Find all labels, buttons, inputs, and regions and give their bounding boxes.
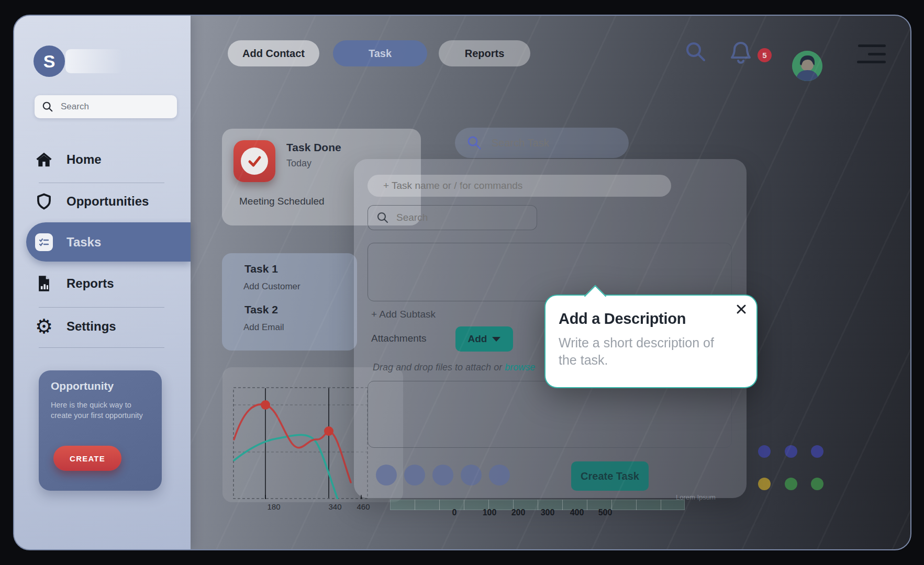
axis-tick: 100 <box>483 508 497 517</box>
create-task-label: Create Task <box>581 470 639 482</box>
search-task-field[interactable] <box>455 128 629 158</box>
task-done-title: Task Done <box>286 141 341 154</box>
task-item-subtitle: Add Customer <box>243 281 300 292</box>
sidebar-item-label: Reports <box>66 276 114 291</box>
sidebar-search-input[interactable] <box>60 101 170 112</box>
tab-add-contact[interactable]: Add Contact <box>228 40 319 66</box>
status-dot-green <box>811 478 823 490</box>
opportunity-promo-card: Opportunity Here is the quick way to cre… <box>39 370 162 491</box>
description-tooltip: Add a Description Write a short descript… <box>544 284 758 388</box>
axis-tick: 200 <box>511 508 526 517</box>
axis-tick: 300 <box>541 508 555 517</box>
bell-icon[interactable] <box>726 37 755 71</box>
task-list-card <box>222 253 357 351</box>
tooltip-body: Write a short description of the task. <box>559 334 716 368</box>
modal-search-field[interactable] <box>368 205 537 230</box>
sidebar-item-reports[interactable]: Reports <box>35 267 192 300</box>
assignee-avatar[interactable] <box>461 465 482 485</box>
report-document-icon <box>35 275 53 292</box>
sidebar-search-field[interactable] <box>35 95 177 118</box>
promo-title: Opportunity <box>51 380 162 392</box>
search-icon[interactable] <box>684 41 707 65</box>
drag-drop-hint: Drag and drop files to attach or browse <box>373 362 535 373</box>
task-name-input[interactable] <box>382 179 656 192</box>
sidebar-item-opportunities[interactable]: Opportunities <box>35 185 192 218</box>
chart-x-tick: 460 <box>357 502 370 511</box>
assignee-avatar[interactable] <box>376 465 397 485</box>
search-icon <box>466 135 482 151</box>
divider <box>39 307 164 308</box>
add-button-label: Add <box>468 333 487 345</box>
app-logo[interactable]: S <box>34 46 65 77</box>
sidebar-item-label: Opportunities <box>66 194 149 209</box>
gear-icon: ⚙ <box>35 318 53 335</box>
divider <box>39 183 164 183</box>
divider <box>39 347 164 348</box>
sidebar-item-label: Settings <box>66 319 116 334</box>
task-item-title[interactable]: Task 2 <box>244 303 278 316</box>
task-done-note: Meeting Scheduled <box>239 196 325 207</box>
tab-label: Reports <box>465 48 505 60</box>
task-done-subtitle: Today <box>286 158 311 169</box>
attachments-label: Attachments <box>371 333 427 344</box>
assignee-avatar[interactable] <box>432 465 453 485</box>
notification-badge: 5 <box>758 48 772 62</box>
task-notes-textarea[interactable] <box>368 381 732 448</box>
task-item-subtitle: Add Email <box>243 322 284 333</box>
tab-label: Task <box>369 48 392 60</box>
notification-count: 5 <box>762 51 766 60</box>
sidebar-item-label: Home <box>66 152 102 167</box>
status-dot-green <box>785 478 797 490</box>
create-opportunity-button[interactable]: CREATE <box>53 446 121 471</box>
search-task-input[interactable] <box>491 137 608 150</box>
sidebar: S Home <box>14 16 191 549</box>
tab-label: Add Contact <box>242 48 305 60</box>
browse-link[interactable]: browse <box>505 362 535 372</box>
bar-strip <box>390 500 685 510</box>
sidebar-item-settings[interactable]: ⚙ Settings <box>35 310 192 343</box>
axis-tick: 400 <box>570 508 584 517</box>
chart-x-tick: 340 <box>328 502 341 511</box>
modal-search-input[interactable] <box>395 211 518 224</box>
search-icon <box>42 101 53 112</box>
home-icon <box>35 152 53 167</box>
tasks-checklist-icon <box>35 233 53 251</box>
search-icon <box>376 211 389 224</box>
axis-tick: 500 <box>598 508 613 517</box>
drag-drop-text: Drag and drop files to attach or <box>373 362 505 372</box>
tab-reports[interactable]: Reports <box>439 40 530 66</box>
add-subtask-link[interactable]: + Add Subtask <box>371 309 436 320</box>
status-dot-blue <box>758 445 771 458</box>
axis-tick: 0 <box>452 508 457 517</box>
tab-task[interactable]: Task <box>333 40 427 66</box>
status-dot-yellow <box>758 478 771 490</box>
app-window: Add Contact Task Reports 5 <box>13 15 911 550</box>
task-item-title[interactable]: Task 1 <box>244 263 278 275</box>
task-done-check-icon <box>233 140 275 182</box>
hamburger-menu-icon[interactable] <box>856 43 887 65</box>
chart-x-tick: 180 <box>267 502 280 511</box>
assignee-avatar[interactable] <box>489 465 510 485</box>
status-dot-blue <box>785 445 797 458</box>
status-dot-blue <box>811 445 823 458</box>
caret-down-icon <box>492 337 500 342</box>
logo-letter: S <box>43 51 55 72</box>
sidebar-item-home[interactable]: Home <box>35 143 192 176</box>
attachments-add-button[interactable]: Add <box>455 326 513 352</box>
shield-icon <box>35 193 53 210</box>
promo-body: Here is the quick way to create your fir… <box>51 400 150 421</box>
logo-wordmark <box>65 49 123 73</box>
create-task-button[interactable]: Create Task <box>571 461 649 491</box>
avatar[interactable] <box>792 51 822 81</box>
sidebar-item-label: Tasks <box>66 235 101 250</box>
tooltip-title: Add a Description <box>559 310 686 327</box>
task-name-field[interactable] <box>368 175 671 197</box>
assignee-avatar[interactable] <box>404 465 425 485</box>
close-icon[interactable] <box>732 301 750 319</box>
line-chart <box>233 387 368 499</box>
sidebar-item-tasks[interactable]: Tasks <box>35 222 187 262</box>
